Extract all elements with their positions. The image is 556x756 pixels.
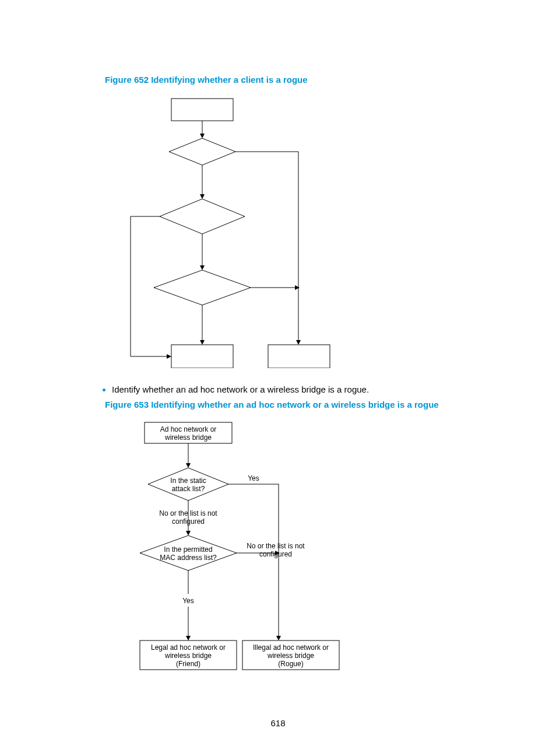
figure-653-caption: Figure 653 Identifying whether an ad hoc… [105, 400, 498, 410]
page: Figure 652 Identifying whether a client … [0, 0, 556, 756]
f653-d1-l1: In the static [170, 477, 206, 485]
svg-marker-2 [169, 138, 235, 165]
f653-start-l1: Ad hoc network or [160, 425, 217, 433]
f653-d1-yes: Yes [248, 474, 259, 482]
f653-d1-no-l2: configured [172, 517, 205, 526]
figure-652-caption: Figure 652 Identifying whether a client … [105, 75, 498, 85]
f653-d2-l1: In the permitted [164, 545, 212, 554]
f653-start-l2: wireless bridge [164, 433, 212, 442]
figure-652-flowchart [117, 94, 498, 370]
svg-marker-6 [160, 199, 245, 234]
f653-rogue-l3: (Rogue) [278, 660, 303, 668]
f653-friend-l3: (Friend) [176, 660, 200, 668]
f653-d2-no-l1: No or the list is not [247, 542, 305, 550]
f653-rogue-l1: Illegal ad hoc network or [253, 643, 329, 652]
svg-rect-14 [171, 345, 233, 368]
f653-rogue-l2: wireless bridge [267, 652, 314, 660]
figure-653-flowchart: Ad hoc network or wireless bridge In the… [117, 419, 498, 678]
svg-rect-0 [171, 99, 233, 121]
bullet-text: Identify whether an ad hoc network or a … [112, 384, 369, 394]
f653-d1-no-l1: No or the list is not [159, 509, 217, 517]
f653-d2-no-l2: configured [259, 550, 292, 558]
f653-d2-yes: Yes [182, 597, 194, 605]
svg-marker-11 [154, 270, 251, 305]
svg-rect-15 [268, 345, 330, 368]
f653-d2-l2: MAC address list? [160, 554, 217, 562]
f653-friend-l2: wireless bridge [164, 652, 212, 660]
f653-d1-l2: attack list? [172, 485, 205, 493]
bullet-item: Identify whether an ad hoc network or a … [112, 384, 498, 395]
page-number: 618 [0, 718, 556, 728]
f653-friend-l1: Legal ad hoc network or [151, 643, 226, 652]
